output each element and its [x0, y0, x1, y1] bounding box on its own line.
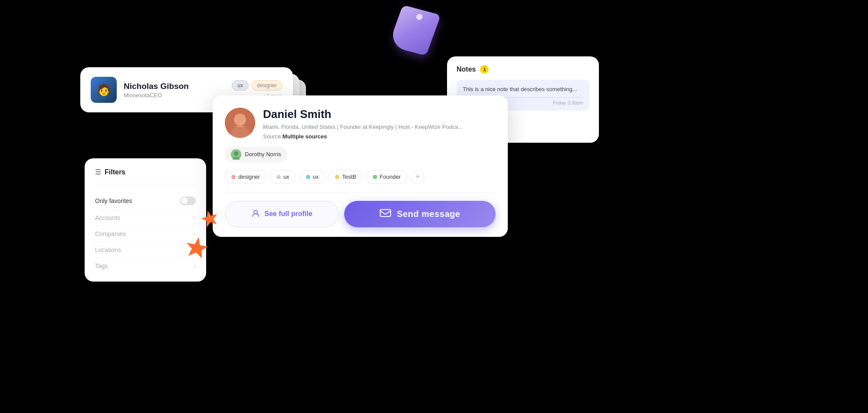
filter-label-companies: Companies — [95, 230, 126, 237]
dot-ux2 — [306, 175, 310, 179]
notes-header: Notes 1 — [457, 65, 589, 74]
filters-divider — [95, 184, 196, 184]
svg-rect-9 — [380, 210, 391, 216]
tag-testb[interactable]: TestB — [329, 170, 363, 184]
daniel-assigned: Dorothy Norris — [225, 147, 496, 162]
tags-row: designer ux ux TestB Founder + — [225, 170, 496, 184]
filter-item-accounts[interactable]: Accounts › — [95, 210, 196, 226]
send-icon — [379, 207, 391, 221]
nicholas-info: Nicholas Gibson MinnesotaCEO — [124, 82, 225, 98]
decorative-tag — [395, 9, 443, 61]
notes-badge: 1 — [480, 65, 489, 74]
assigned-badge: Dorothy Norris — [225, 147, 287, 162]
svg-marker-1 — [184, 235, 209, 259]
svg-point-3 — [234, 114, 246, 126]
tag-founder[interactable]: Founder — [366, 170, 407, 184]
tag-designer: designer — [251, 80, 283, 91]
nicholas-name: Nicholas Gibson — [124, 82, 225, 91]
divider — [225, 193, 496, 193]
daniel-source-value: Multiple sources — [283, 133, 327, 140]
dot-ux1 — [276, 175, 281, 179]
send-message-button[interactable]: Send message — [344, 201, 496, 227]
nicholas-company: MinnesotaCEO — [124, 92, 225, 98]
profile-icon — [251, 209, 260, 219]
assigned-avatar — [231, 149, 241, 160]
btn-profile-label: See full profile — [264, 210, 312, 218]
tag-founder-label: Founder — [380, 174, 401, 180]
svg-point-8 — [254, 210, 257, 214]
filters-title: Filters — [105, 168, 125, 176]
svg-marker-0 — [200, 209, 220, 228]
tag-designer[interactable]: designer — [225, 170, 266, 184]
tag-ux-1[interactable]: ux — [270, 170, 296, 184]
filter-label-locations: Locations — [95, 246, 121, 253]
daniel-source: Source Multiple sources — [263, 133, 496, 140]
filter-item-favorites: Only favorites — [95, 192, 196, 210]
tag-row-1: ux designer — [232, 80, 283, 91]
tag-ux2-label: ux — [313, 174, 319, 180]
action-buttons: See full profile Send message — [225, 201, 496, 227]
tag-ux-2[interactable]: ux — [299, 170, 326, 184]
tag-ux: ux — [232, 80, 249, 91]
daniel-card: Daniel Smith Miami, Florida, United Stat… — [213, 95, 508, 237]
daniel-header: Daniel Smith Miami, Florida, United Stat… — [225, 108, 496, 140]
daniel-meta: Miami, Florida, United States | Founder … — [263, 123, 496, 131]
dot-founder — [373, 175, 377, 179]
nicholas-avatar: 🧑 — [91, 77, 117, 103]
dot-testb — [335, 175, 339, 179]
filter-label-tags: Tags — [95, 262, 108, 269]
filter-item-companies[interactable]: Companies › — [95, 226, 196, 242]
assigned-name: Dorothy Norris — [245, 151, 281, 157]
filter-icon: ☰ — [95, 168, 101, 176]
btn-send-label: Send message — [397, 209, 460, 219]
notes-title: Notes — [457, 66, 476, 73]
dot-designer — [231, 175, 236, 179]
see-full-profile-button[interactable]: See full profile — [225, 201, 339, 227]
svg-point-6 — [234, 151, 238, 156]
filters-header: ☰ Filters — [95, 168, 196, 176]
tag-testb-label: TestB — [342, 174, 356, 180]
filter-label-accounts: Accounts — [95, 214, 120, 221]
toggle-favorites[interactable] — [180, 197, 196, 205]
filter-label-favorites: Only favorites — [95, 197, 132, 204]
daniel-name: Daniel Smith — [263, 108, 496, 121]
filter-item-locations[interactable]: Locations › — [95, 242, 196, 258]
tag-designer-label: designer — [238, 174, 260, 180]
daniel-avatar — [225, 108, 255, 138]
daniel-info: Daniel Smith Miami, Florida, United Stat… — [263, 108, 496, 140]
tag-ux1-label: ux — [283, 174, 289, 180]
add-tag-button[interactable]: + — [411, 170, 424, 184]
decorative-star-2 — [180, 232, 214, 271]
chevron-accounts: › — [194, 214, 196, 221]
